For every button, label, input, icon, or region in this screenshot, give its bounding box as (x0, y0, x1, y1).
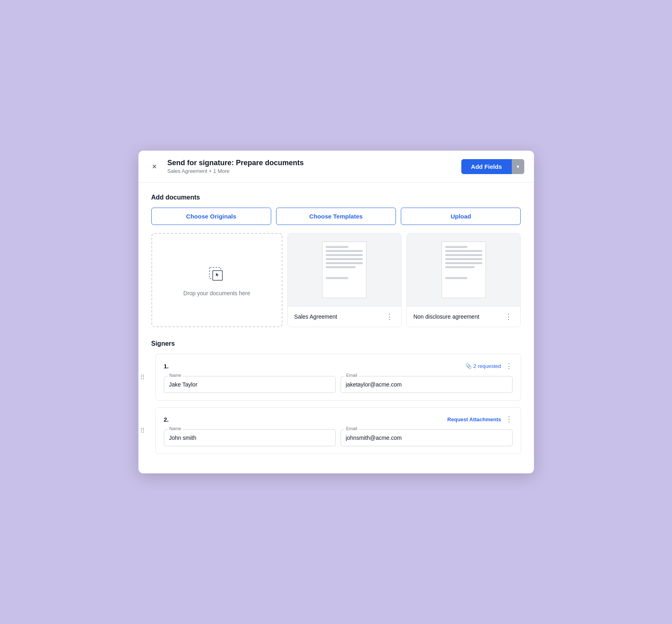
doc-line (445, 262, 482, 264)
signer-header-right-1: 📎 2 requested ⋮ (465, 361, 513, 370)
signer-fields-2: Name Email (164, 429, 513, 446)
doc-preview-2 (407, 233, 520, 306)
doc-menu-button-1[interactable]: ⋮ (384, 311, 395, 322)
modal-header-left: × Send for signature: Prepare documents … (148, 159, 304, 174)
modal-body: Add documents Choose Originals Choose Te… (138, 183, 534, 473)
modal-title-block: Send for signature: Prepare documents Sa… (167, 159, 304, 174)
signers-title: Signers (151, 340, 521, 347)
signer-name-group-1: Name (164, 376, 336, 393)
doc-line (445, 258, 482, 260)
email-label-1: Email (345, 373, 359, 378)
add-fields-button[interactable]: Add Fields (461, 159, 512, 174)
modal-subtitle: Sales Agreement + 1 More (167, 168, 304, 174)
drop-zone[interactable]: Drop your documents here (151, 233, 283, 327)
doc-menu-button-2[interactable]: ⋮ (503, 311, 514, 322)
signer-email-input-2[interactable] (341, 429, 513, 446)
modal-header-right: Add Fields ▾ (461, 159, 524, 174)
name-label-1: Name (168, 373, 183, 378)
drop-text: Drop your documents here (183, 290, 250, 296)
paperclip-icon: 📎 (465, 363, 472, 369)
modal-header: × Send for signature: Prepare documents … (138, 151, 534, 183)
email-label-2: Email (345, 426, 359, 431)
doc-card-footer-1: Sales Agreement ⋮ (288, 306, 401, 327)
signer-email-group-1: Email (341, 376, 513, 393)
doc-line (326, 254, 363, 256)
signer-wrapper-2: ⠿ 2. Request Attachments ⋮ Name (151, 407, 521, 454)
documents-grid: Drop your documents here (151, 233, 521, 327)
doc-line (326, 258, 363, 260)
doc-name-2: Non disclosure agreement (413, 313, 479, 320)
add-documents-title: Add documents (151, 194, 521, 201)
add-fields-dropdown-button[interactable]: ▾ (512, 159, 524, 174)
signer-number-1: 1. (164, 363, 169, 370)
modal-title: Send for signature: Prepare documents (167, 159, 304, 167)
doc-preview-image-2 (442, 242, 486, 298)
name-label-2: Name (168, 426, 183, 431)
signer-email-input-1[interactable] (341, 376, 513, 393)
signer-header-right-2: Request Attachments ⋮ (447, 415, 512, 424)
drag-handle-2[interactable]: ⠿ (140, 427, 145, 435)
signer-name-input-2[interactable] (164, 429, 336, 446)
doc-buttons: Choose Originals Choose Templates Upload (151, 208, 521, 225)
choose-templates-button[interactable]: Choose Templates (276, 208, 396, 225)
request-attachments-link[interactable]: Request Attachments (447, 416, 501, 422)
drop-icon (206, 264, 227, 285)
doc-line (445, 254, 482, 256)
signer-name-input-1[interactable] (164, 376, 336, 393)
document-card-2: Non disclosure agreement ⋮ (406, 233, 521, 327)
signer-menu-button-1[interactable]: ⋮ (505, 361, 513, 370)
upload-button[interactable]: Upload (401, 208, 521, 225)
signer-menu-button-2[interactable]: ⋮ (505, 415, 513, 424)
signer-name-group-2: Name (164, 429, 336, 446)
signer-number-2: 2. (164, 416, 169, 423)
signer-email-group-2: Email (341, 429, 513, 446)
doc-name-1: Sales Agreement (294, 313, 337, 320)
doc-line (326, 246, 348, 248)
doc-line (445, 246, 467, 248)
doc-line (326, 277, 348, 279)
doc-line (326, 266, 356, 268)
signer-card-2: 2. Request Attachments ⋮ Name Email (155, 407, 521, 454)
signer-fields-1: Name Email (164, 376, 513, 393)
doc-line (445, 250, 482, 252)
signer-wrapper-1: ⠿ 1. 📎 2 requested ⋮ (151, 354, 521, 401)
modal: × Send for signature: Prepare documents … (138, 151, 534, 473)
drag-handle-1[interactable]: ⠿ (140, 374, 145, 381)
doc-line (326, 250, 363, 252)
document-card-1: Sales Agreement ⋮ (287, 233, 402, 327)
doc-preview-image-1 (322, 242, 366, 298)
doc-line (445, 266, 475, 268)
signer-header-1: 1. 📎 2 requested ⋮ (164, 361, 513, 370)
signers-section: Signers ⠿ 1. 📎 2 requested ⋮ (151, 340, 521, 454)
doc-card-footer-2: Non disclosure agreement ⋮ (407, 306, 520, 327)
doc-preview-1 (288, 233, 401, 306)
requested-badge-1: 📎 2 requested (465, 363, 501, 369)
doc-line (445, 277, 467, 279)
choose-originals-button[interactable]: Choose Originals (151, 208, 271, 225)
close-button[interactable]: × (148, 160, 161, 173)
signer-header-2: 2. Request Attachments ⋮ (164, 415, 513, 424)
doc-line (326, 262, 363, 264)
signer-card-1: 1. 📎 2 requested ⋮ Name (155, 354, 521, 401)
